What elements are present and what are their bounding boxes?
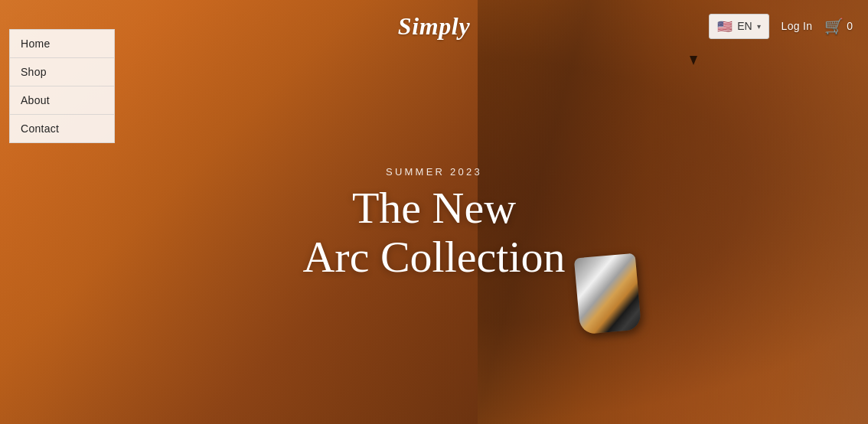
hero-title-line2: Arc Collection	[302, 233, 565, 282]
sidebar-item-contact-label: Contact	[21, 122, 59, 135]
sidebar-item-about[interactable]: About	[9, 86, 115, 115]
earring-decoration	[574, 253, 641, 335]
header-right: 🇺🇸 EN ▾ Log In 🛒 0	[700, 14, 853, 39]
cart-button[interactable]: 🛒 0	[824, 17, 853, 35]
language-selector[interactable]: 🇺🇸 EN ▾	[709, 14, 768, 39]
hero-subtitle: SUMMER 2023	[302, 166, 565, 178]
cart-count: 0	[847, 20, 853, 32]
sidebar-item-about-label: About	[21, 94, 50, 106]
flag-icon: 🇺🇸	[717, 19, 733, 34]
cart-icon: 🛒	[824, 17, 844, 35]
login-button[interactable]: Log In	[782, 20, 813, 32]
header-center: Simply	[168, 12, 700, 41]
sidebar-item-shop-label: Shop	[21, 66, 47, 78]
sidebar-nav: Home Shop About Contact	[9, 29, 115, 143]
sidebar-item-home[interactable]: Home	[9, 29, 115, 58]
sidebar-item-home-label: Home	[21, 38, 50, 50]
hero-text-block: SUMMER 2023 The New Arc Collection	[302, 166, 565, 282]
brand-logo[interactable]: Simply	[398, 12, 471, 41]
hero-title-line1: The New	[302, 184, 565, 233]
header: Simply 🇺🇸 EN ▾ Log In 🛒 0	[0, 0, 868, 52]
lang-label: EN	[737, 20, 752, 32]
chevron-down-icon: ▾	[757, 22, 761, 31]
sidebar-item-contact[interactable]: Contact	[9, 115, 115, 143]
sidebar-item-shop[interactable]: Shop	[9, 58, 115, 86]
